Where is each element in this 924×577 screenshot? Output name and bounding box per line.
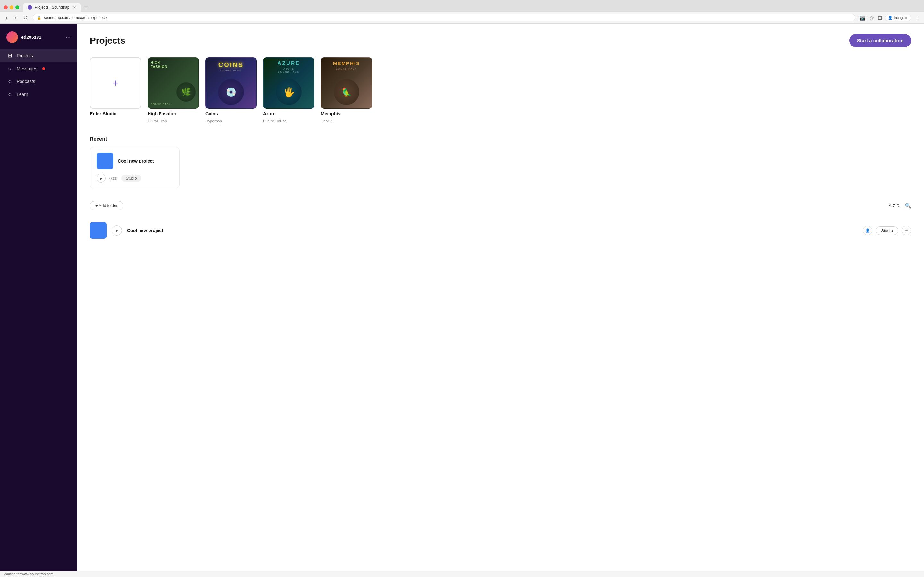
project-row-studio-button[interactable]: Studio [876,226,898,235]
status-text: Waiting for www.soundtrap.com... [4,572,56,576]
recent-card-bottom: ▶ 0:00 Studio [97,174,173,183]
page-header: Projects Start a collaboration [90,34,911,47]
pack-item-enter-studio[interactable]: + Enter Studio [90,57,141,123]
projects-icon: ⊞ [6,53,13,59]
tab-favicon [27,5,32,10]
learn-icon: ○ [6,91,13,97]
main-content: Projects Start a collaboration + Enter S… [77,24,924,571]
pack-genre-high-fashion: Guitar Trap [148,119,199,123]
back-btn[interactable]: ‹ [4,14,9,21]
status-bar: Waiting for www.soundtrap.com... [0,571,924,577]
list-controls: + Add folder A-Z ⇅ 🔍 [90,201,911,210]
recent-studio-button[interactable]: Studio [121,175,141,182]
recent-project-thumbnail [97,153,113,169]
project-row-name: Cool new project [127,228,858,233]
incognito-badge: 👤 Incognito [885,15,911,21]
enter-studio-card[interactable]: + [90,57,141,109]
play-icon: ▶ [100,177,103,180]
bookmark-icon[interactable]: ☆ [869,14,875,21]
address-bar: ‹ › ↺ 🔒 soundtrap.com/home/creator/proje… [0,12,924,24]
pack-genre-azure: Future House [263,119,314,123]
url-bar[interactable]: 🔒 soundtrap.com/home/creator/projects [33,14,856,21]
sidebar-label-messages: Messages [17,66,37,71]
sidebar-nav: ⊞ Projects ○ Messages ○ Podcasts ○ Learn [0,49,77,100]
list-section: + Add folder A-Z ⇅ 🔍 ▶ Cool new pr [90,201,911,244]
sort-button[interactable]: A-Z ⇅ [889,203,900,208]
person-icon: 👤 [865,228,870,233]
add-folder-button[interactable]: + Add folder [90,201,123,210]
tab-bar: Projects | Soundtrap × + [0,0,924,12]
project-row-thumbnail [90,222,107,239]
project-row-play-icon: ▶ [116,229,118,232]
project-list-row: ▶ Cool new project 👤 Studio ··· [90,217,911,244]
start-collaboration-button[interactable]: Start a collaboration [849,34,911,47]
pack-card-coins[interactable]: COINS SOUND PACK 💿 [205,57,257,109]
recent-project-card[interactable]: Cool new project ▶ 0:00 Studio [90,147,180,188]
forward-btn[interactable]: › [13,14,18,21]
sidebar-item-learn[interactable]: ○ Learn [0,88,77,100]
browser-menu-btn[interactable]: ⋮ [914,14,920,21]
search-icon: 🔍 [905,203,911,208]
pack-item-high-fashion[interactable]: HIGHFASHION SOUND PACK 🌿 High Fashion Gu… [148,57,199,123]
minimize-window-btn[interactable] [10,5,13,9]
sort-icon: ⇅ [897,203,900,208]
camera-off-icon[interactable]: 📷 [859,14,866,21]
username: ed295181 [21,35,41,40]
sidebar-item-podcasts[interactable]: ○ Podcasts [0,75,77,87]
pack-card-memphis[interactable]: MEMPHIS SOUND PACK 🦜 [321,57,372,109]
user-more-btn[interactable]: ··· [66,34,71,41]
podcasts-icon: ○ [6,79,13,84]
split-view-icon[interactable]: ⊡ [877,14,883,21]
sidebar-item-projects[interactable]: ⊞ Projects [0,49,77,62]
recent-project-name: Cool new project [118,158,154,163]
pack-item-memphis[interactable]: MEMPHIS SOUND PACK 🦜 Memphis Phonk [321,57,372,123]
project-row-actions: 👤 Studio ··· [863,226,911,235]
plus-icon: + [113,77,119,89]
project-row-more-button[interactable]: ··· [901,226,911,235]
pack-item-azure[interactable]: AZURE AZURE SOUND PACK 🖐️ Azure Future H… [263,57,314,123]
recent-card-top: Cool new project [97,153,173,169]
sidebar-user: ed295181 ··· [0,29,77,49]
sidebar-label-podcasts: Podcasts [17,79,35,84]
more-dots-icon: ··· [905,228,908,233]
pack-name-enter-studio: Enter Studio [90,111,141,116]
message-notification-dot [42,67,45,70]
pack-name-coins: Coins [205,111,257,116]
browser-chrome: Projects | Soundtrap × + ‹ › ↺ 🔒 soundtr… [0,0,924,24]
pack-card-azure[interactable]: AZURE AZURE SOUND PACK 🖐️ [263,57,314,109]
recent-duration: 0:00 [110,176,118,181]
page-title: Projects [90,35,126,46]
avatar [6,31,18,43]
traffic-lights [4,5,19,9]
sound-packs-grid: + Enter Studio HIGHFASHION SOUND PACK 🌿 … [90,57,911,123]
list-controls-right: A-Z ⇅ 🔍 [889,203,911,209]
pack-name-high-fashion: High Fashion [148,111,199,116]
reload-btn[interactable]: ↺ [21,14,29,21]
sidebar-label-learn: Learn [17,92,28,97]
messages-icon: ○ [6,66,13,71]
active-tab[interactable]: Projects | Soundtrap × [23,3,81,12]
search-button[interactable]: 🔍 [905,203,911,209]
new-tab-btn[interactable]: + [82,3,90,12]
incognito-avatar-icon: 👤 [888,16,893,20]
collaboration-icon[interactable]: 👤 [863,226,872,235]
browser-actions: 📷 ☆ ⊡ 👤 Incognito ⋮ [859,14,920,21]
sidebar-label-projects: Projects [17,53,33,58]
tab-title: Projects | Soundtrap [35,5,69,10]
recent-section: Recent Cool new project ▶ 0:00 Studio [90,136,911,188]
pack-card-high-fashion[interactable]: HIGHFASHION SOUND PACK 🌿 [148,57,199,109]
maximize-window-btn[interactable] [15,5,19,9]
pack-genre-memphis: Phonk [321,119,372,123]
project-row-play-button[interactable]: ▶ [111,226,122,235]
sidebar-item-messages[interactable]: ○ Messages [0,63,77,75]
tab-close-btn[interactable]: × [73,5,76,10]
recent-play-button[interactable]: ▶ [97,174,105,183]
pack-name-azure: Azure [263,111,314,116]
lock-icon: 🔒 [37,16,41,20]
close-window-btn[interactable] [4,5,8,9]
recent-section-title: Recent [90,136,911,142]
incognito-label: Incognito [894,16,908,19]
pack-item-coins[interactable]: COINS SOUND PACK 💿 Coins Hyperpop [205,57,257,123]
url-text: soundtrap.com/home/creator/projects [44,15,851,20]
sort-label: A-Z [889,203,895,208]
